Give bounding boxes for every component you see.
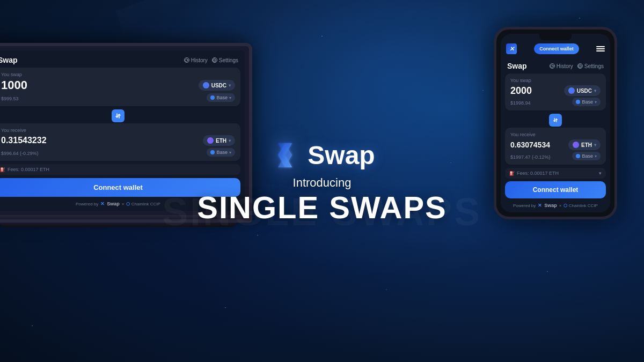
phone-receive-amount: 0.63074534	[510, 141, 550, 149]
settings-button[interactable]: ⚙ Settings	[212, 57, 238, 63]
laptop-you-receive-section: You receive 0.31543232 ETH ▾ $996.64 (-0…	[0, 123, 240, 161]
phone-swap-arrows-icon	[553, 117, 558, 123]
phone-x-icon: ✕	[506, 43, 517, 54]
phone-swap-row: 2000 USDC ▾	[510, 85, 601, 96]
phone-header-connect-wallet-button[interactable]: Connect wallet	[534, 43, 579, 54]
laptop-swap-row: 1000 USDC ▾	[1, 79, 235, 91]
laptop-swap-chain-row: $999.53 Base ▾	[1, 93, 235, 102]
phone-settings-icon: ⚙	[577, 63, 583, 69]
phone-swap-direction-button[interactable]	[549, 114, 562, 127]
eth-icon	[207, 137, 214, 144]
phone-receive-label: You receive	[510, 132, 601, 137]
phone-powered-by: Powered by ✕ Swap × ⬡ Chainlink CCIP	[501, 203, 610, 212]
laptop-receive-amount: 0.31543232	[1, 136, 47, 145]
phone-eth-icon	[573, 142, 579, 148]
phone-fee-icon: ⛽	[509, 171, 515, 176]
phone-swap-chain-row: $1998.94 Base ▾	[510, 98, 601, 106]
ham-line-3	[596, 50, 605, 51]
laptop-receive-chain-row: $996.64 (-0.29%) Base ▾	[1, 148, 235, 157]
phone-swap-arrow	[501, 114, 610, 127]
settings-icon: ⚙	[212, 57, 217, 63]
history-button[interactable]: ⟳ History	[184, 57, 208, 63]
laptop-device: Swap ⟳ History ⚙ Settings You sw	[0, 43, 252, 227]
laptop-swap-widget: Swap ⟳ History ⚙ Settings You sw	[0, 50, 245, 211]
laptop-screen: Swap ⟳ History ⚙ Settings You sw	[0, 50, 245, 211]
phone-swap-token-badge[interactable]: USDC ▾	[564, 85, 601, 96]
chevron-down-icon-3: ▾	[229, 138, 231, 143]
phone-chevron-2: ▾	[595, 100, 597, 105]
phone-history-icon: ⟳	[550, 63, 555, 69]
laptop-you-swap-section: You swap 1000 USDC ▾ $999.53 Bas	[0, 68, 240, 106]
laptop-connect-wallet-button[interactable]: Connect wallet	[0, 178, 240, 197]
phone-receive-usd: $1997.47 (-0.12%)	[510, 154, 551, 160]
phone-outer: ✕ Connect wallet Swap ⟳ History	[494, 27, 617, 219]
laptop-fees-row: ⛽ Fees: 0.00017 ETH	[0, 164, 240, 175]
phone-logo: ✕	[506, 43, 517, 54]
laptop-brand-swap: Swap	[107, 201, 120, 206]
phone-fees-label: Fees: 0.00017 ETH	[517, 171, 559, 176]
laptop-fees-label: Fees: 0.00017 ETH	[8, 167, 49, 172]
fee-icon: ⛽	[0, 167, 5, 172]
laptop-foot	[0, 223, 236, 227]
swap-arrows-icon	[115, 113, 121, 119]
laptop-base	[0, 215, 252, 223]
phone-widget-title: Swap	[507, 62, 527, 70]
phone-usdc-icon	[568, 87, 575, 94]
phone-receive-token-badge[interactable]: ETH ▾	[568, 139, 601, 150]
phone-receive-chain-badge[interactable]: Base ▾	[572, 152, 601, 160]
phone-chevron-3: ▾	[594, 143, 596, 147]
laptop-widget-header: Swap ⟳ History ⚙ Settings	[0, 50, 245, 68]
hamburger-menu-button[interactable]	[596, 46, 605, 51]
laptop-swap-amount: 1000	[1, 79, 27, 91]
laptop-receive-label: You receive	[1, 128, 235, 133]
chevron-down-icon: ▾	[229, 83, 231, 88]
chevron-down-icon-2: ▾	[229, 95, 231, 100]
laptop-swap-usd: $999.53	[1, 96, 19, 101]
laptop-widget-title: Swap	[0, 56, 18, 64]
phone-screen: ✕ Connect wallet Swap ⟳ History	[501, 34, 610, 212]
phone-device: ✕ Connect wallet Swap ⟳ History	[494, 27, 617, 219]
laptop-screen-outer: Swap ⟳ History ⚙ Settings You sw	[0, 43, 252, 215]
laptop-receive-chain-badge[interactable]: Base ▾	[207, 148, 235, 157]
ham-line-1	[596, 46, 605, 47]
phone-base-icon-2	[576, 154, 580, 158]
base-chain-icon-2	[210, 150, 215, 154]
phone-widget-actions: ⟳ History ⚙ Settings	[550, 63, 604, 69]
phone-base-icon	[576, 100, 580, 104]
phone-brand-swap: Swap	[544, 203, 557, 208]
laptop-receive-token-badge[interactable]: ETH ▾	[203, 135, 235, 146]
laptop-powered-by: Powered by ✕ Swap × ⬡ Chainlink CCIP	[0, 201, 245, 211]
phone-swap-label: You swap	[510, 78, 601, 83]
phone-notch	[539, 34, 572, 40]
laptop-swap-label: You swap	[1, 72, 235, 77]
chevron-down-icon-4: ▾	[229, 150, 231, 155]
phone-chevron-1: ▾	[594, 88, 596, 93]
phone-you-receive-section: You receive 0.63074534 ETH ▾ $1997.47 (-…	[505, 128, 606, 165]
phone-receive-chain-row: $1997.47 (-0.12%) Base ▾	[510, 152, 601, 160]
laptop-swap-chain-badge[interactable]: Base ▾	[207, 93, 235, 102]
phone-header: ✕ Connect wallet	[501, 40, 610, 56]
base-chain-icon	[210, 95, 215, 100]
history-icon: ⟳	[184, 57, 189, 63]
phone-swap-amount: 2000	[510, 86, 532, 95]
laptop-receive-usd: $996.64 (-0.29%)	[1, 151, 39, 156]
phone-connect-wallet-button[interactable]: Connect wallet	[505, 181, 606, 198]
laptop-swap-arrow	[0, 109, 245, 122]
laptop-widget-actions: ⟳ History ⚙ Settings	[184, 57, 238, 63]
phone-receive-row: 0.63074534 ETH ▾	[510, 139, 601, 150]
phone-fees-row: ⛽ Fees: 0.00017 ETH ▾	[505, 168, 606, 179]
laptop-receive-row: 0.31543232 ETH ▾	[1, 135, 235, 146]
laptop-swap-token-badge[interactable]: USDC ▾	[199, 80, 235, 91]
phone-history-button[interactable]: ⟳ History	[550, 63, 573, 69]
phone-you-swap-section: You swap 2000 USDC ▾ $1998.94 Ba	[505, 73, 606, 110]
phone-chevron-4: ▾	[595, 154, 597, 159]
phone-swap-chain-badge[interactable]: Base ▾	[572, 98, 601, 106]
phone-swap-widget: Swap ⟳ History ⚙ Settings You sw	[501, 56, 610, 212]
phone-settings-button[interactable]: ⚙ Settings	[577, 63, 604, 69]
phone-swap-usd: $1998.94	[510, 100, 531, 106]
swap-direction-button[interactable]	[112, 109, 125, 122]
usdc-icon	[203, 82, 209, 88]
laptop-brand-ccip: ⬡ Chainlink CCIP	[126, 202, 160, 206]
ham-line-2	[596, 48, 605, 49]
phone-brand-ccip: ⬡ Chainlink CCIP	[564, 203, 597, 208]
